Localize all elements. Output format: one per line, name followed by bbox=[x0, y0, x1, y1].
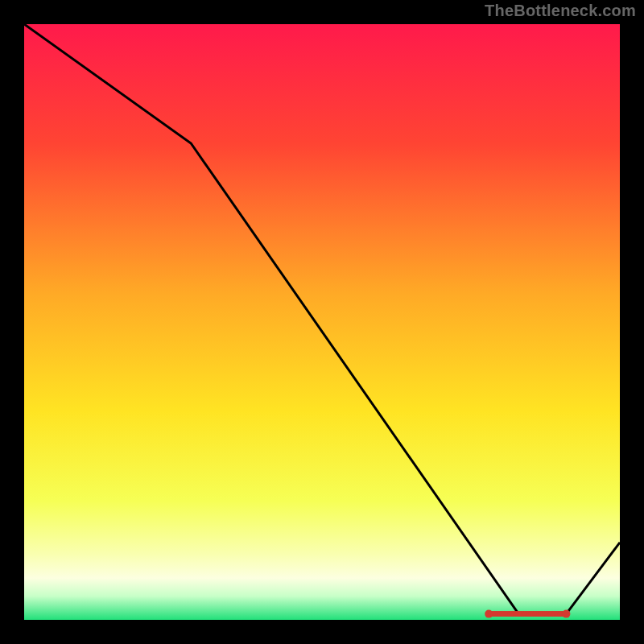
chart-svg bbox=[24, 24, 620, 620]
chart-frame: TheBottleneck.com bbox=[0, 0, 644, 644]
bottleneck-chart bbox=[24, 24, 620, 620]
chart-marker-end bbox=[562, 610, 570, 618]
chart-marker-end bbox=[485, 610, 493, 618]
chart-background bbox=[24, 24, 620, 620]
watermark-text: TheBottleneck.com bbox=[485, 2, 636, 20]
